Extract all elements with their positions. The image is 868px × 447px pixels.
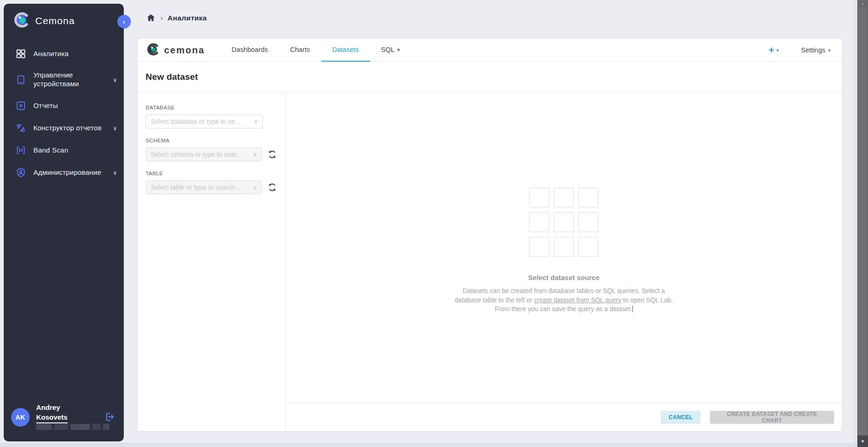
redacted-user-role [36,424,109,430]
empty-state: Select dataset source Datasets can be cr… [286,187,842,314]
main-card: cemona Dashboards Charts Datasets SQL▾ +… [138,39,842,431]
plus-icon: + [769,45,774,55]
tab-datasets[interactable]: Datasets [321,39,370,62]
sidebar-brand[interactable]: Cemona [14,12,75,30]
breadcrumb: › Аналитика [146,13,207,23]
chevron-left-icon: ‹ [123,18,125,26]
database-label: DATABASE [146,105,278,110]
page-edge-strip [854,0,857,447]
navbar-tabs: Dashboards Charts Datasets SQL▾ [221,39,411,62]
device-icon [15,74,27,85]
tab-label: Dashboards [232,46,268,53]
breadcrumb-page-label[interactable]: Аналитика [167,14,207,22]
sidebar-brand-label: Cemona [35,15,75,26]
user-last-name: Kosovets [36,412,68,423]
dataset-source-panel: DATABASE Select database or type to se..… [138,93,286,431]
schema-select-placeholder: Select schema or type to sear... [151,151,250,158]
tab-label: Datasets [332,46,359,53]
sidebar-item-reports[interactable]: Отчеты [4,96,124,115]
avatar[interactable]: AK [11,408,30,427]
sidebar: Cemona Аналитика Управление устройствами… [4,4,124,441]
empty-grid-icon [529,187,599,257]
report-x-icon [15,100,27,111]
chevron-down-icon[interactable]: ∨ [113,77,117,83]
sidebar-collapse-button[interactable]: ‹ [117,15,131,28]
logout-icon[interactable] [103,411,115,423]
scroll-down-arrow-icon[interactable]: ▼ [857,436,868,447]
user-name: Andrey Kosovets [36,402,68,423]
admin-shield-icon [15,167,27,178]
schema-label: SCHEMA [146,138,278,143]
caret-down-icon: ▾ [828,48,830,53]
sidebar-item-label: Отчеты [33,102,58,110]
tab-charts[interactable]: Charts [279,39,321,62]
page-title: New dataset [146,72,198,82]
create-dataset-from-sql-link[interactable]: create dataset from SQL query [534,297,621,304]
sidebar-item-label: Аналитика [33,50,69,58]
navbar-brand[interactable]: cemona [147,43,205,57]
chevron-down-icon: ∨ [254,118,258,125]
tab-dashboards[interactable]: Dashboards [221,39,279,62]
cancel-button[interactable]: CANCEL [661,411,701,424]
settings-menu-button[interactable]: Settings ▾ [801,46,830,54]
database-select[interactable]: Select database or type to se... ∨ [146,115,263,128]
table-label: TABLE [146,171,278,176]
settings-label: Settings [801,46,825,54]
sidebar-menu: Аналитика Управление устройствами ∨ Отче… [4,45,124,182]
new-item-button[interactable]: + ▾ [769,45,779,55]
dataset-preview-pane: Select dataset source Datasets can be cr… [286,93,842,431]
caret-down-icon: ▾ [397,47,400,53]
refresh-table-icon[interactable] [267,182,278,193]
user-first-name: Andrey [36,403,60,411]
page-header: New dataset [138,62,842,93]
tab-label: SQL [381,46,395,53]
scroll-up-arrow-icon[interactable]: ▲ [857,0,868,7]
chevron-right-icon: › [160,14,163,22]
horizontal-scrollbar-track[interactable] [0,443,857,447]
grid-icon [15,48,27,59]
sidebar-item-band-scan[interactable]: Band Scan [4,141,124,160]
sidebar-item-label: Администрирование [33,168,101,177]
database-select-placeholder: Select database or type to se... [151,118,251,125]
table-select-placeholder: Select table or type to search ... [151,184,250,191]
empty-state-title: Select dataset source [528,274,600,281]
schema-select[interactable]: Select schema or type to sear... ∨ [146,147,262,161]
chevron-down-icon[interactable]: ∨ [113,169,117,176]
cemona-navbar-logo-icon [147,43,160,57]
chevron-down-icon[interactable]: ∨ [113,125,117,132]
sidebar-item-analytics[interactable]: Аналитика [4,45,124,63]
chevron-down-icon: ∨ [253,184,257,191]
sidebar-item-label: Конструктор отчетов [33,124,102,133]
chevron-down-icon: ∨ [253,151,257,158]
sidebar-item-administration[interactable]: Администрирование ∨ [4,163,124,182]
navbar-brand-label: cemona [164,45,205,56]
sidebar-item-label: Band Scan [33,146,68,155]
sidebar-item-label: Управление устройствами [33,71,106,89]
caret-down-icon: ▾ [777,48,779,53]
tab-sql[interactable]: SQL▾ [370,39,411,62]
create-dataset-and-chart-button[interactable]: CREATE DATASET AND CREATE CHART [710,411,834,424]
band-scan-icon [15,145,27,156]
vertical-scrollbar[interactable]: ▲ ▼ [857,0,868,447]
scrollbar-thumb[interactable] [858,7,868,435]
cemona-logo-icon [14,12,30,30]
sidebar-user-section: AK Andrey Kosovets [4,402,124,435]
table-select[interactable]: Select table or type to search ... ∨ [146,180,262,194]
sidebar-item-report-builder[interactable]: Конструктор отчетов ∨ [4,119,124,137]
text-cursor [632,306,633,312]
footer-actions: CANCEL CREATE DATASET AND CREATE CHART [286,402,842,431]
app-navbar: cemona Dashboards Charts Datasets SQL▾ +… [138,39,842,62]
refresh-schema-icon[interactable] [267,149,278,160]
home-icon[interactable] [146,13,156,23]
sidebar-item-device-management[interactable]: Управление устройствами ∨ [4,67,124,93]
tab-label: Charts [290,46,310,53]
report-builder-icon [15,122,27,134]
empty-state-body: Datasets can be created from database ta… [453,287,675,314]
